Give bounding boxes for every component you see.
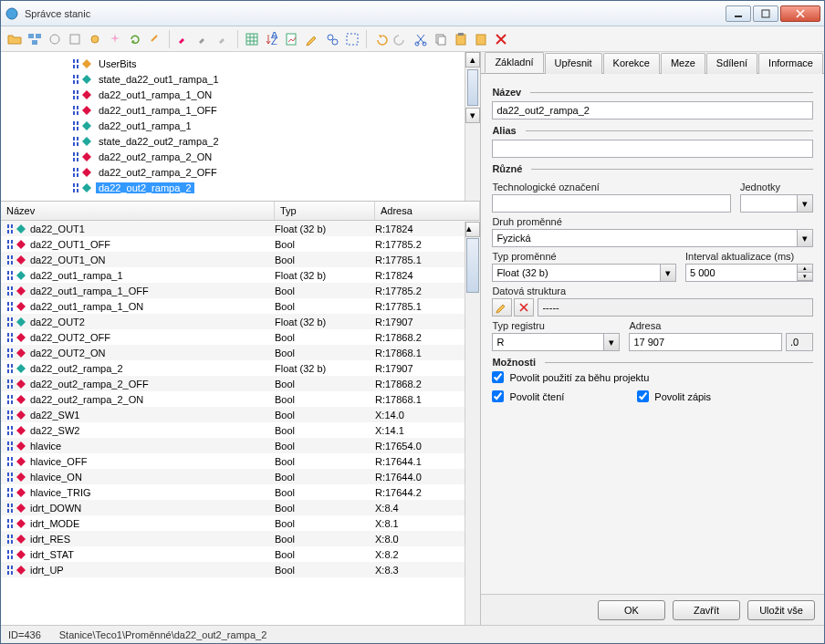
pin-icon — [6, 348, 14, 358]
datastruct-clear-button[interactable] — [514, 298, 534, 317]
paste2-icon[interactable] — [473, 31, 489, 47]
interval-spinner[interactable]: ▴▾ — [797, 265, 812, 281]
table-row[interactable]: da22_OUT1_ONBoolR:17785.1 — [1, 252, 480, 267]
tree-view[interactable]: UserBitsstate_da22_out1_rampa_1da22_out1… — [1, 52, 480, 202]
vartype-select[interactable] — [492, 229, 813, 247]
tree-item[interactable]: UserBits — [1, 56, 480, 71]
redo-icon[interactable] — [392, 31, 409, 47]
table-row[interactable]: hlavice_ONBoolR:17644.0 — [1, 469, 480, 484]
interval-input[interactable] — [685, 264, 813, 282]
chevron-down-icon[interactable]: ▾ — [797, 195, 812, 212]
find-icon[interactable] — [324, 31, 340, 47]
table-row[interactable]: da22_OUT2_ONBoolR:17868.1 — [1, 345, 480, 360]
cut-icon[interactable] — [412, 31, 429, 47]
undo-icon[interactable] — [372, 31, 389, 47]
tab-upřesnit[interactable]: Upřesnit — [545, 53, 602, 74]
sparkle-icon[interactable] — [107, 31, 123, 47]
table-row[interactable]: da22_out2_rampa_2Float (32 b)R:17907 — [1, 360, 480, 376]
table-row[interactable]: da22_OUT1Float (32 b)R:17824 — [1, 221, 480, 236]
ok-button[interactable]: OK — [598, 600, 665, 620]
link-icon[interactable] — [147, 31, 163, 47]
tree-item[interactable]: da22_out1_rampa_1_OFF — [1, 102, 480, 118]
tree-item[interactable]: da22_out2_rampa_2_OFF — [1, 164, 480, 180]
opt-runtime[interactable]: Povolit použití za běhu projektu — [492, 371, 813, 383]
table-row[interactable]: idrt_DOWNBoolX:8.4 — [1, 500, 480, 515]
table-row[interactable]: da22_SW1BoolX:14.0 — [1, 407, 480, 422]
table-row[interactable]: hlavice_OFFBoolR:17644.1 — [1, 453, 480, 469]
paste-icon[interactable] — [453, 31, 469, 47]
table-row[interactable]: hlavice_TRIGBoolR:17644.2 — [1, 484, 480, 500]
close-button[interactable] — [780, 5, 820, 22]
variable-grid[interactable]: Název Typ Adresa da22_OUT1Float (32 b)R:… — [1, 202, 480, 625]
minimize-button[interactable] — [726, 5, 751, 22]
table-row[interactable]: da22_OUT2_OFFBoolR:17868.2 — [1, 329, 480, 345]
type-select[interactable] — [492, 264, 676, 282]
table-row[interactable]: idrt_UPBoolX:8.3 — [1, 562, 480, 577]
chevron-down-icon[interactable]: ▾ — [660, 265, 675, 281]
tab-korekce[interactable]: Korekce — [603, 53, 660, 74]
table-row[interactable]: da22_OUT1_OFFBoolR:17785.2 — [1, 236, 480, 252]
table-row[interactable]: da22_out1_rampa_1_ONBoolR:17785.1 — [1, 298, 480, 314]
chevron-down-icon[interactable]: ▾ — [603, 334, 619, 350]
tech-input[interactable] — [492, 194, 731, 213]
tab-sdílení[interactable]: Sdílení — [706, 53, 757, 74]
tool-icon-1[interactable] — [47, 31, 63, 47]
tree-item[interactable]: state_da22_out1_rampa_1 — [1, 71, 480, 87]
check-icon[interactable] — [344, 31, 360, 47]
save-all-button[interactable]: Uložit vše — [747, 600, 815, 620]
edit-icon[interactable] — [304, 31, 320, 47]
grid-scrollbar[interactable]: ▴ — [465, 222, 480, 625]
tree-item[interactable]: da22_out1_rampa_1_ON — [1, 87, 480, 102]
pin-icon — [6, 254, 14, 265]
regtype-select[interactable] — [492, 333, 620, 351]
svg-rect-67 — [7, 255, 9, 259]
table-row[interactable]: idrt_STATBoolX:8.2 — [1, 546, 480, 562]
sort-icon[interactable]: AZ — [264, 31, 280, 47]
pin-icon — [6, 239, 14, 250]
opt-write[interactable]: Povolit zápis — [637, 390, 711, 402]
tree-scrollbar[interactable]: ▴▾ — [465, 52, 480, 201]
table-row[interactable]: hlaviceBoolR:17654.0 — [1, 438, 480, 453]
maximize-button[interactable] — [753, 5, 778, 22]
table-icon[interactable] — [244, 31, 260, 47]
refresh-icon[interactable] — [127, 31, 143, 47]
tree-item[interactable]: state_da22_out2_rampa_2 — [1, 133, 480, 149]
table-row[interactable]: da22_out1_rampa_1Float (32 b)R:17824 — [1, 267, 480, 283]
col-type[interactable]: Typ — [275, 202, 375, 220]
tree-item[interactable]: da22_out1_rampa_1 — [1, 118, 480, 133]
col-addr[interactable]: Adresa — [375, 202, 480, 220]
close-dialog-button[interactable]: Zavřít — [673, 600, 740, 620]
table-row[interactable]: da22_OUT2Float (32 b)R:17907 — [1, 314, 480, 329]
open-folder-icon[interactable] — [6, 31, 23, 47]
delete-icon[interactable] — [493, 31, 509, 47]
tab-základní[interactable]: Základní — [485, 52, 543, 73]
alias-input[interactable] — [492, 140, 813, 158]
brush2-icon[interactable] — [195, 31, 212, 47]
name-heading: Název — [492, 87, 527, 98]
table-row[interactable]: da22_out2_rampa_2_ONBoolR:17868.1 — [1, 391, 480, 407]
tree-item[interactable]: da22_out2_rampa_2_ON — [1, 149, 480, 164]
gear-icon[interactable] — [87, 31, 103, 47]
cell-type: Bool — [275, 472, 375, 483]
group-icon[interactable] — [26, 31, 43, 47]
diamond-icon — [16, 425, 26, 436]
brush3-icon[interactable] — [215, 31, 232, 47]
tree-item[interactable]: da22_out2_rampa_2 — [1, 180, 480, 195]
opt-read[interactable]: Povolit čtení — [492, 390, 564, 402]
copy-icon[interactable] — [433, 31, 449, 47]
col-name[interactable]: Název — [1, 202, 275, 220]
table-row[interactable]: da22_out2_rampa_2_OFFBoolR:17868.2 — [1, 376, 480, 391]
chevron-down-icon[interactable]: ▾ — [797, 230, 812, 246]
table-row[interactable]: da22_out1_rampa_1_OFFBoolR:17785.2 — [1, 283, 480, 298]
table-row[interactable]: da22_SW2BoolX:14.1 — [1, 422, 480, 438]
datastruct-edit-button[interactable] — [492, 298, 512, 317]
name-input[interactable] — [492, 101, 813, 119]
table-row[interactable]: idrt_RESBoolX:8.0 — [1, 531, 480, 546]
tab-informace[interactable]: Informace — [758, 53, 823, 74]
addr-input[interactable] — [629, 333, 782, 351]
table-row[interactable]: idrt_MODEBoolX:8.1 — [1, 515, 480, 531]
tool-icon-2[interactable] — [67, 31, 83, 47]
tab-meze[interactable]: Meze — [661, 53, 705, 74]
brush-icon[interactable] — [175, 31, 192, 47]
filter-icon[interactable] — [284, 31, 300, 47]
